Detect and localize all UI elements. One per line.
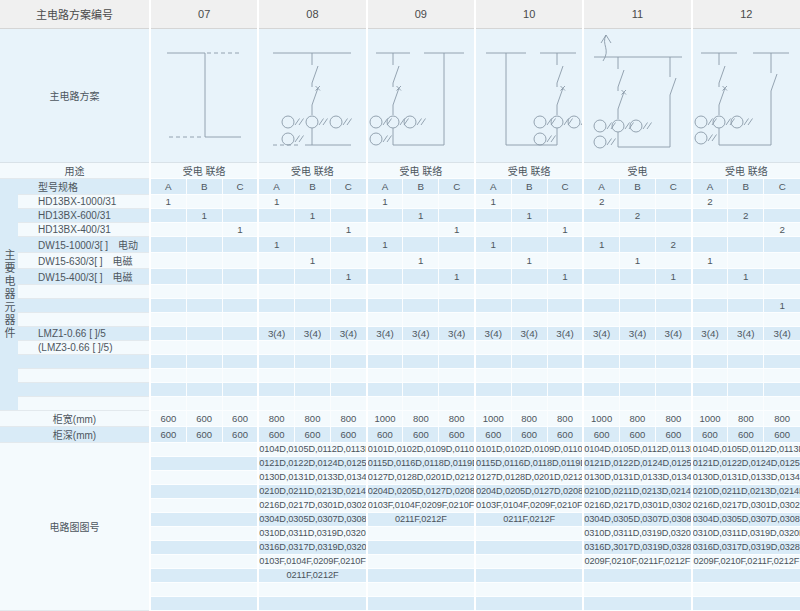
component-value: 3(4): [619, 326, 655, 340]
component-value: [475, 208, 511, 222]
table-row: 主要电器元器件型号规格ABCABCABCABCABCABC: [0, 178, 800, 194]
usage-value: 受电 联络: [475, 162, 583, 178]
circuit-number-cell: 0204D,0205D,0127D,0208D: [475, 484, 583, 498]
circuit-number-cell: [367, 526, 475, 540]
component-value: [258, 268, 294, 284]
component-value: [150, 208, 186, 222]
component-value: [186, 340, 222, 354]
circuit-number-cell: 0103F,0104F,0209F,0210F: [475, 498, 583, 512]
column-header: B: [619, 178, 655, 194]
component-value: [403, 298, 439, 312]
table-row: (LMZ3-0.66 [ ]/5): [0, 340, 800, 354]
component-value: [150, 354, 186, 368]
component-value: 3(4): [475, 326, 511, 340]
component-value: [294, 236, 330, 252]
cabinet-depth-value: 600: [150, 426, 186, 442]
component-value: [583, 354, 619, 368]
component-value: [511, 382, 547, 396]
component-value: [475, 312, 511, 326]
component-value: 2: [728, 208, 764, 222]
cabinet-depth-value: 600: [186, 426, 222, 442]
component-value: [583, 396, 619, 410]
component-value: [186, 284, 222, 298]
component-value: 3(4): [511, 326, 547, 340]
component-value: [186, 368, 222, 382]
circuit-number-cell: 0121D,0122D,0124D,0125D: [692, 456, 800, 470]
circuit-number-cell: [150, 540, 258, 554]
cabinet-depth-value: 600: [403, 426, 439, 442]
component-value: 3(4): [439, 326, 475, 340]
component-value: [692, 354, 728, 368]
circuit-number-cell: [367, 554, 475, 568]
circuit-number-cell: [367, 582, 475, 596]
table-row: HD13BX-400/3111112: [0, 222, 800, 236]
cabinet-width-value: 800: [439, 410, 475, 426]
usage-value: 受电 联络: [150, 162, 258, 178]
component-value: [511, 284, 547, 298]
component-value: [186, 396, 222, 410]
component-value: [692, 222, 728, 236]
component-value: [728, 194, 764, 208]
circuit-number-cell: [150, 442, 258, 456]
circuit-number-cell: 0101D,0102D,0109D,0110D: [367, 442, 475, 456]
component-value: [331, 312, 367, 326]
component-value: 1: [656, 268, 692, 284]
component-value: [728, 382, 764, 396]
component-value: [331, 236, 367, 252]
cabinet-depth-value: 600: [511, 426, 547, 442]
cabinet-depth-value: 600: [258, 426, 294, 442]
component-value: [331, 396, 367, 410]
component-value: [150, 268, 186, 284]
component-value: [547, 312, 583, 326]
component-value: [583, 382, 619, 396]
spec-table: 主电路方案编号070809101112主电路方案用途受电 联络受电 联络受电 联…: [0, 0, 800, 611]
component-value: [619, 354, 655, 368]
scheme-number: 09: [367, 0, 475, 28]
component-value: [547, 284, 583, 298]
component-value: [258, 284, 294, 298]
component-value: [186, 326, 222, 340]
cabinet-depth-value: 600: [367, 426, 403, 442]
circuit-number-cell: [475, 568, 583, 582]
component-value: [439, 354, 475, 368]
component-value: 1: [331, 268, 367, 284]
circuit-number-cell: 0130D,0131D,0133D,0134D: [692, 470, 800, 484]
component-value: [547, 354, 583, 368]
component-value: 1: [764, 298, 800, 312]
component-value: 1: [258, 236, 294, 252]
component-label: [18, 382, 150, 396]
diagram-bus-tie-breaker-right: [475, 28, 583, 162]
scheme-number: 11: [583, 0, 691, 28]
circuit-number-cell: 0216D,0217D,0301D,0302D: [692, 498, 800, 512]
component-value: [258, 340, 294, 354]
component-value: 1: [547, 222, 583, 236]
table-row: [0, 396, 800, 410]
component-value: [583, 368, 619, 382]
component-value: [475, 268, 511, 284]
component-value: [439, 194, 475, 208]
component-value: [294, 312, 330, 326]
column-header: C: [331, 178, 367, 194]
component-value: [150, 396, 186, 410]
circuit-number-cell: 0115D,0116D,0118D,0119D: [475, 456, 583, 470]
component-value: [475, 222, 511, 236]
component-value: [728, 252, 764, 268]
component-label: [18, 396, 150, 410]
component-value: [764, 284, 800, 298]
component-value: [656, 368, 692, 382]
cabinet-width-value: 1000: [367, 410, 403, 426]
component-value: [150, 368, 186, 382]
component-value: [294, 268, 330, 284]
cabinet-depth-value: 600: [294, 426, 330, 442]
component-value: 3(4): [403, 326, 439, 340]
bus-tie-breaker-left-icon: [368, 29, 474, 161]
component-value: [258, 368, 294, 382]
component-value: 1: [403, 208, 439, 222]
component-value: [222, 382, 258, 396]
cabinet-width-value: 800: [294, 410, 330, 426]
component-value: [764, 368, 800, 382]
component-value: [186, 236, 222, 252]
component-value: 2: [764, 222, 800, 236]
component-value: [656, 222, 692, 236]
column-header: B: [403, 178, 439, 194]
